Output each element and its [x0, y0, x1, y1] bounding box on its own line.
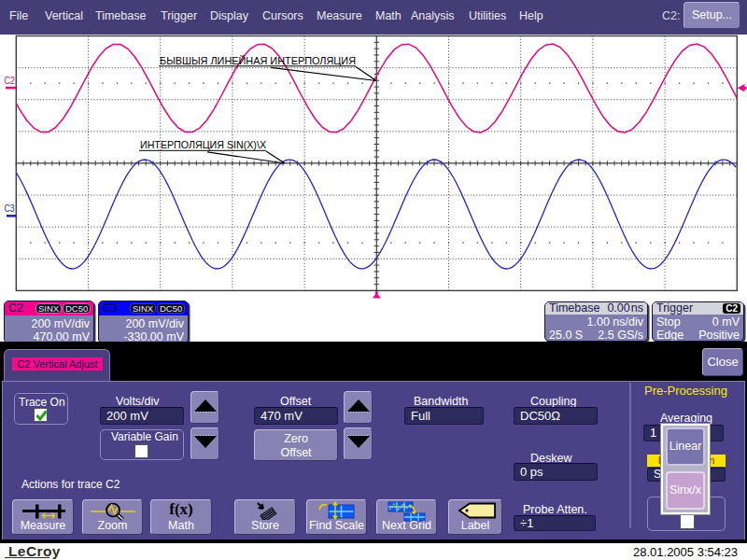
- svg-text:ИНТЕРПОЛЯЦИЯ SIN(X)\X: ИНТЕРПОЛЯЦИЯ SIN(X)\X: [140, 139, 266, 150]
- svg-text:C3: C3: [5, 203, 15, 214]
- svg-text:БЫВШЫЯ ЛИНЕЙНАЯ ИНТЕРПОЛЯЦИЯ: БЫВШЫЯ ЛИНЕЙНАЯ ИНТЕРПОЛЯЦИЯ: [160, 55, 356, 66]
- svg-text:C2: C2: [5, 75, 16, 86]
